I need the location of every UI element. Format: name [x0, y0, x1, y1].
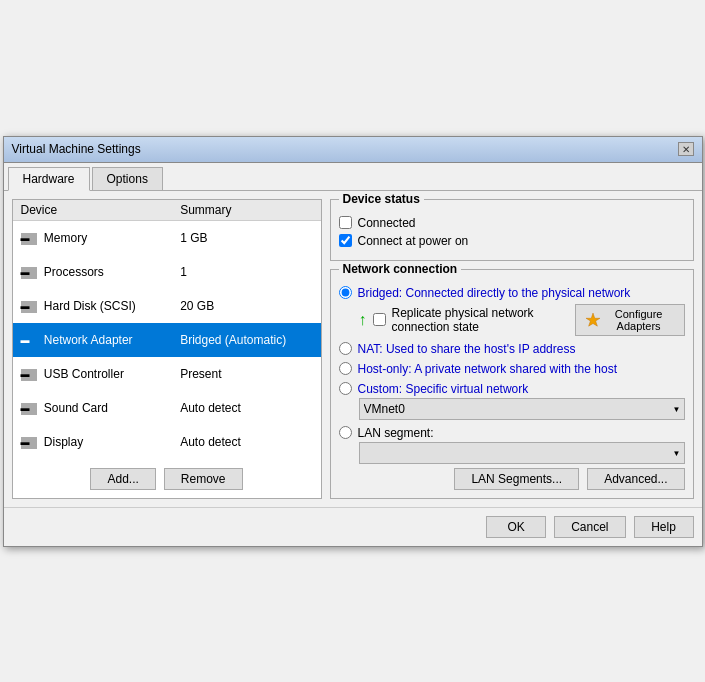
- ok-button[interactable]: OK: [486, 516, 546, 538]
- table-row[interactable]: ▬ Processors 1: [13, 255, 321, 289]
- left-buttons-bar: Add... Remove: [13, 460, 321, 498]
- table-row[interactable]: ▬ Network Adapter Bridged (Automatic): [13, 323, 321, 357]
- lan-wrapper: [359, 442, 685, 464]
- connect-power-label: Connect at power on: [358, 234, 469, 248]
- cpu-icon: ▬: [21, 267, 37, 279]
- svg-marker-0: [586, 313, 600, 326]
- remove-button[interactable]: Remove: [164, 468, 243, 490]
- lan-radio-row: LAN segment:: [339, 426, 685, 440]
- custom-section: Custom: Specific virtual network VMnet0: [339, 382, 685, 420]
- lan-label: LAN segment:: [358, 426, 434, 440]
- table-row[interactable]: ▬ Display Auto detect: [13, 425, 321, 459]
- hostonly-label: Host-only: A private network shared with…: [358, 362, 617, 376]
- add-button[interactable]: Add...: [90, 468, 155, 490]
- network-connection-label: Network connection: [339, 262, 462, 276]
- usb-icon: ▬: [21, 369, 37, 381]
- bridged-radio-row: Bridged: Connected directly to the physi…: [339, 286, 685, 300]
- nat-radio[interactable]: [339, 342, 352, 355]
- bottom-right-buttons: LAN Segments... Advanced...: [339, 468, 685, 490]
- cancel-button[interactable]: Cancel: [554, 516, 625, 538]
- device-list-panel: Device Summary ▬ Memory 1 GB ▬: [12, 199, 322, 499]
- col-device: Device: [13, 200, 173, 221]
- configure-adapters-button[interactable]: Configure Adapters: [575, 304, 685, 336]
- main-window: Virtual Machine Settings ✕ Hardware Opti…: [3, 136, 703, 547]
- replicate-label: Replicate physical network connection st…: [392, 306, 567, 334]
- connect-power-checkbox[interactable]: [339, 234, 352, 247]
- disk-icon: ▬: [21, 301, 37, 313]
- configure-icon: [586, 313, 600, 327]
- lan-segments-button[interactable]: LAN Segments...: [454, 468, 579, 490]
- main-content: Device Summary ▬ Memory 1 GB ▬: [4, 191, 702, 507]
- connected-row: Connected: [339, 216, 685, 230]
- memory-icon: ▬: [21, 233, 37, 245]
- close-button[interactable]: ✕: [678, 142, 694, 156]
- sound-icon: ▬: [21, 403, 37, 415]
- table-row[interactable]: ▬ Memory 1 GB: [13, 220, 321, 255]
- tab-hardware[interactable]: Hardware: [8, 167, 90, 191]
- arrow-icon: ↑: [359, 311, 367, 329]
- connect-power-row: Connect at power on: [339, 234, 685, 248]
- bridged-radio[interactable]: [339, 286, 352, 299]
- device-status-label: Device status: [339, 192, 424, 206]
- display-icon: ▬: [21, 437, 37, 449]
- nat-radio-row: NAT: Used to share the host's IP address: [339, 342, 685, 356]
- lan-select[interactable]: [359, 442, 685, 464]
- tab-bar: Hardware Options: [4, 163, 702, 191]
- lan-radio[interactable]: [339, 426, 352, 439]
- help-button[interactable]: Help: [634, 516, 694, 538]
- replicate-checkbox[interactable]: [373, 313, 386, 326]
- table-row[interactable]: ▬ USB Controller Present: [13, 357, 321, 391]
- network-icon: ▬: [21, 335, 37, 347]
- hostonly-radio-row: Host-only: A private network shared with…: [339, 362, 685, 376]
- title-bar: Virtual Machine Settings ✕: [4, 137, 702, 163]
- custom-radio[interactable]: [339, 382, 352, 395]
- window-title: Virtual Machine Settings: [12, 142, 141, 156]
- bridged-options: ↑ Replicate physical network connection …: [359, 304, 685, 336]
- tab-options[interactable]: Options: [92, 167, 163, 190]
- bridged-section: Bridged: Connected directly to the physi…: [339, 286, 685, 336]
- vmnet-wrapper: VMnet0: [359, 398, 685, 420]
- bridged-label: Bridged: Connected directly to the physi…: [358, 286, 631, 300]
- lan-section: LAN segment:: [339, 426, 685, 464]
- connected-checkbox[interactable]: [339, 216, 352, 229]
- radio-group: Bridged: Connected directly to the physi…: [339, 286, 685, 464]
- advanced-button[interactable]: Advanced...: [587, 468, 684, 490]
- custom-radio-row: Custom: Specific virtual network: [339, 382, 685, 396]
- connected-label: Connected: [358, 216, 416, 230]
- dialog-buttons: OK Cancel Help: [4, 507, 702, 546]
- nat-label: NAT: Used to share the host's IP address: [358, 342, 576, 356]
- vmnet-select[interactable]: VMnet0: [359, 398, 685, 420]
- table-row[interactable]: ▬ Sound Card Auto detect: [13, 391, 321, 425]
- device-table: Device Summary ▬ Memory 1 GB ▬: [13, 200, 321, 460]
- table-row[interactable]: ▬ Hard Disk (SCSI) 20 GB: [13, 289, 321, 323]
- col-summary: Summary: [172, 200, 320, 221]
- network-connection-group: Network connection Bridged: Connected di…: [330, 269, 694, 499]
- device-status-group: Device status Connected Connect at power…: [330, 199, 694, 261]
- bridged-options-row: ↑ Replicate physical network connection …: [359, 304, 685, 336]
- hostonly-radio[interactable]: [339, 362, 352, 375]
- custom-label: Custom: Specific virtual network: [358, 382, 529, 396]
- right-panel: Device status Connected Connect at power…: [330, 199, 694, 499]
